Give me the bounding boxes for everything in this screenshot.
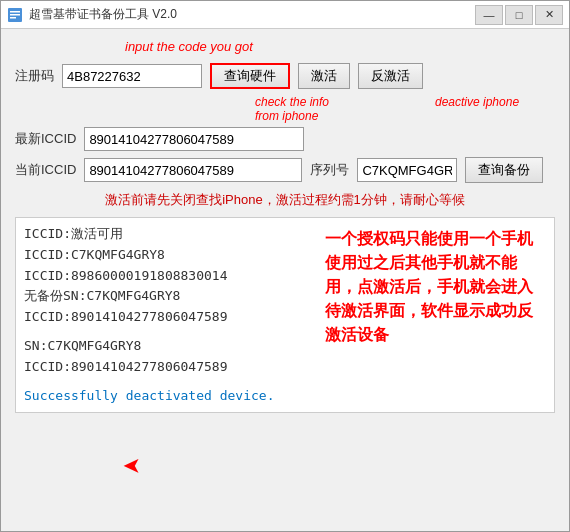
maximize-button[interactable]: □: [505, 5, 533, 25]
log-line-5: ICCID:89014104277806047589: [24, 307, 546, 328]
log-area[interactable]: ICCID:激活可用 ICCID:C7KQMFG4GRY8 ICCID:8986…: [15, 217, 555, 413]
serial-input[interactable]: [357, 158, 457, 182]
log-success-line: Successfully deactivated device.: [24, 386, 546, 407]
title-bar-left: 超雪基带证书备份工具 V2.0: [7, 6, 177, 23]
input-hint-annotation: input the code you got: [125, 39, 253, 54]
query-hardware-button[interactable]: 查询硬件: [210, 63, 290, 89]
log-line-1: ICCID:激活可用: [24, 224, 546, 245]
main-window: 超雪基带证书备份工具 V2.0 — □ ✕ input the code you…: [0, 0, 570, 532]
log-line-3: ICCID:89860000191808830014: [24, 266, 546, 287]
svg-rect-1: [10, 11, 20, 13]
arrow-icon: ➤: [123, 453, 141, 479]
svg-rect-3: [10, 17, 16, 19]
title-bar: 超雪基带证书备份工具 V2.0 — □ ✕: [1, 1, 569, 29]
latest-iccid-input[interactable]: [84, 127, 304, 151]
close-button[interactable]: ✕: [535, 5, 563, 25]
log-line-2: ICCID:C7KQMFG4GRY8: [24, 245, 546, 266]
register-row: 注册码 查询硬件 激活 反激活: [15, 63, 555, 89]
activate-button[interactable]: 激活: [298, 63, 350, 89]
log-spacer-1: [24, 328, 546, 336]
log-spacer-2: [24, 378, 546, 386]
log-line-6: SN:C7KQMFG4GRY8: [24, 336, 546, 357]
latest-iccid-row: 最新ICCID: [15, 127, 555, 151]
serial-label: 序列号: [310, 161, 349, 179]
log-line-7: ICCID:89014104277806047589: [24, 357, 546, 378]
log-container: ICCID:激活可用 ICCID:C7KQMFG4GRY8 ICCID:8986…: [15, 217, 555, 521]
query-backup-button[interactable]: 查询备份: [465, 157, 543, 183]
latest-iccid-label: 最新ICCID: [15, 130, 76, 148]
minimize-button[interactable]: —: [475, 5, 503, 25]
check-info-annotation: check the infofrom iphone: [255, 95, 329, 124]
current-iccid-row: 当前ICCID 序列号 查询备份: [15, 157, 555, 183]
annotation-row-2: check the infofrom iphone deactive iphon…: [15, 95, 555, 113]
log-line-4: 无备份SN:C7KQMFG4GRY8: [24, 286, 546, 307]
annotation-row-top: input the code you got: [15, 39, 555, 55]
svg-rect-2: [10, 14, 20, 16]
current-iccid-label: 当前ICCID: [15, 161, 76, 179]
deactivate-button[interactable]: 反激活: [358, 63, 423, 89]
register-label: 注册码: [15, 67, 54, 85]
deactive-annotation: deactive iphone: [435, 95, 519, 109]
window-title: 超雪基带证书备份工具 V2.0: [29, 6, 177, 23]
notice-text: 激活前请先关闭查找iPhone，激活过程约需1分钟，请耐心等候: [15, 191, 555, 209]
app-icon: [7, 7, 23, 23]
content-area: input the code you got 注册码 查询硬件 激活 反激活 c…: [1, 29, 569, 531]
window-controls: — □ ✕: [475, 5, 563, 25]
current-iccid-input[interactable]: [84, 158, 302, 182]
register-input[interactable]: [62, 64, 202, 88]
